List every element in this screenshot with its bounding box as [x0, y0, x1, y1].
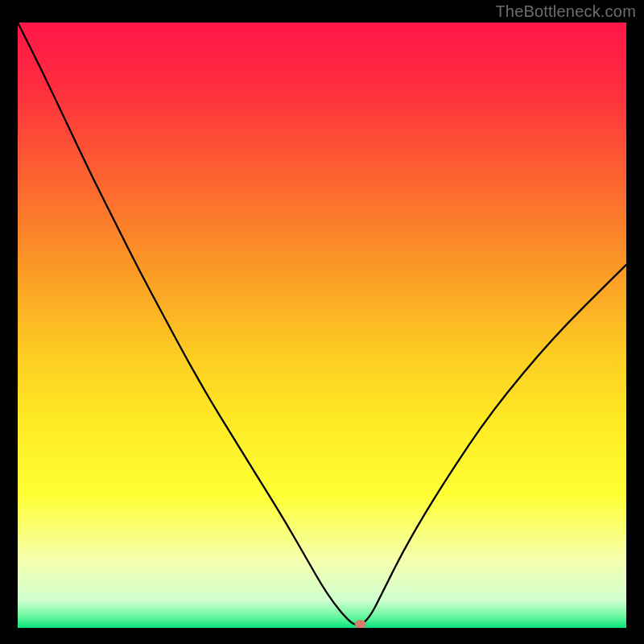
chart-svg — [18, 23, 626, 628]
chart-background — [18, 23, 626, 628]
watermark-text: TheBottleneck.com — [495, 2, 636, 21]
frame: TheBottleneck.com — [0, 0, 644, 644]
chart-area — [18, 23, 626, 628]
